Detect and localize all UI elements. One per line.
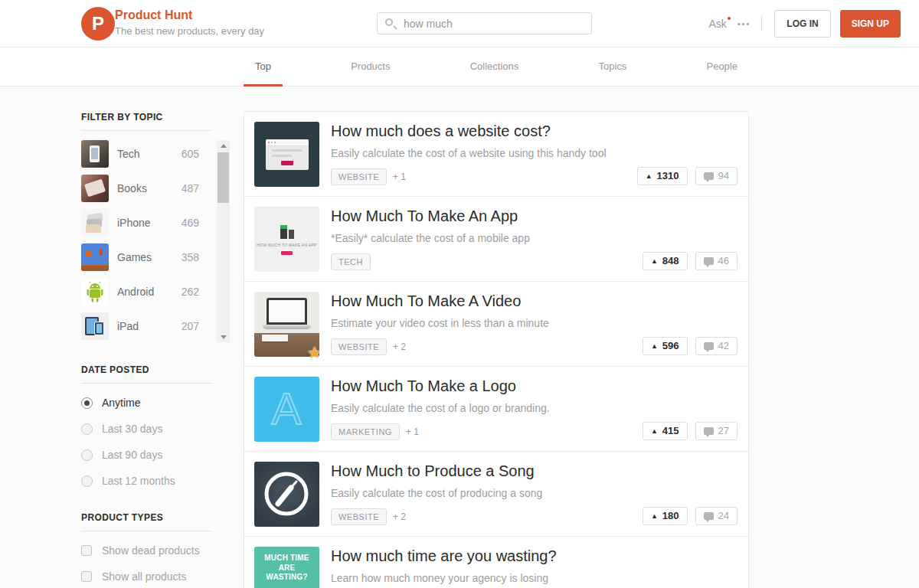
topic-item-games[interactable]: Games 358 [81,240,204,274]
search-icon [385,18,393,26]
topic-scrollbar[interactable] [217,140,230,342]
result-description: Easily calculate the cost of a logo or b… [331,402,550,414]
extra-topics[interactable]: + 2 [393,511,406,522]
topic-chip[interactable]: WEBSITE [331,338,387,355]
topic-chip[interactable]: TECH [331,253,371,270]
row-actions: ▲848 46 [643,252,737,270]
topic-item-android[interactable]: Android 262 [81,274,204,309]
upvote-icon: ▲ [651,257,658,265]
searchbox [377,12,592,34]
upvote-icon: ▲ [651,342,658,350]
radio-anytime[interactable]: Anytime [81,390,238,416]
topic-list: Tech 605 Books 487 iPhone 469 Games 358 [81,136,204,343]
result-description: Easily calculate the cost of producing a… [331,487,542,499]
comments-button[interactable]: 46 [695,252,737,270]
radio-icon[interactable] [81,475,93,487]
result-title[interactable]: How Much to Produce a Song [331,462,542,480]
product-thumbnail[interactable] [254,122,319,187]
topic-label: Android [117,286,182,298]
topic-item-tech[interactable]: Tech 605 [81,136,204,171]
result-title[interactable]: How Much To Make A Video [331,292,549,310]
comment-icon [704,257,714,265]
topic-item-ipad[interactable]: iPad 207 [81,309,204,343]
ipad-topic-thumbnail [81,312,109,340]
ask-link[interactable]: Ask [708,18,730,30]
upvote-button[interactable]: ▲848 [643,252,688,270]
upvote-button[interactable]: ▲596 [643,337,688,355]
checkbox-show-dead-products[interactable]: Show dead products [81,537,238,564]
result-title[interactable]: How Much To Make a Logo [331,377,550,395]
upvote-icon: ▲ [651,427,658,435]
result-title[interactable]: How Much To Make An App [331,207,530,225]
scroll-down-icon[interactable] [217,332,230,342]
product-thumbnail[interactable]: MUCH TIME ARE WASTING? ★ ding to a McKin… [254,547,319,588]
checkbox-show-all-products[interactable]: Show all products [81,564,238,588]
checkbox-icon[interactable] [81,571,92,582]
checkbox-label: Show all products [102,570,187,583]
radio-last-12-months[interactable]: Last 12 months [81,468,238,494]
scroll-up-icon[interactable] [217,140,230,151]
comment-icon [704,427,714,435]
date-posted-options: Anytime Last 30 days Last 90 days Last 1… [81,390,238,494]
divider [81,130,212,131]
radio-last-90-days[interactable]: Last 90 days [81,442,238,468]
books-topic-thumbnail [81,175,109,202]
scrollbar-thumb[interactable] [217,152,229,203]
divider [81,531,212,531]
brand-block: Product Hunt The best new products, ever… [115,8,264,37]
radio-last-30-days[interactable]: Last 30 days [81,416,238,442]
more-menu-icon[interactable]: ••• [737,19,751,28]
comments-button[interactable]: 42 [695,337,737,355]
topic-label: Games [117,251,182,263]
brand-title[interactable]: Product Hunt [115,8,264,22]
product-thumbnail[interactable]: A [254,377,319,442]
comments-button[interactable]: 24 [695,507,737,525]
radio-icon[interactable] [81,449,93,461]
tab-topics[interactable]: Topics [587,47,638,87]
topic-count: 487 [182,182,199,194]
logo-letter: P [92,13,104,34]
radio-icon[interactable] [81,397,93,409]
tech-topic-thumbnail [81,140,109,168]
brand-tagline: The best new products, every day [115,25,264,37]
comments-button[interactable]: 27 [695,422,737,440]
product-thumbnail[interactable] [254,462,319,527]
extra-topics[interactable]: + 1 [406,426,419,437]
checkbox-icon[interactable] [81,545,92,556]
result-description: Estimate your video cost in less than a … [331,317,549,329]
topic-chip[interactable]: MARKETING [331,423,400,440]
topic-item-iphone[interactable]: iPhone 469 [81,205,204,240]
song-cost-thumbnail [254,462,319,527]
row-actions: ▲180 24 [643,507,737,525]
filter-by-topic-title: FILTER BY TOPIC [81,112,238,122]
signup-button[interactable]: SIGN UP [840,10,901,38]
product-thumbnail[interactable]: ★ [254,292,319,357]
topic-chip[interactable]: WEBSITE [331,168,387,185]
comment-count: 24 [718,510,729,521]
result-title[interactable]: How much time are you wasting? [331,547,557,565]
result-title[interactable]: How much does a website cost? [331,122,607,140]
tab-top[interactable]: Top [244,47,283,87]
search-input[interactable] [377,12,592,34]
tab-collections[interactable]: Collections [459,47,531,87]
product-thumbnail[interactable]: HOW MUCH TO MAKE AN APP [254,207,319,272]
result-row: ★ How Much To Make A Video Estimate your… [244,282,748,367]
tag-row: TECH [331,253,371,270]
upvote-button[interactable]: ▲1310 [637,167,688,185]
topic-item-books[interactable]: Books 487 [81,171,204,205]
upvote-button[interactable]: ▲415 [643,422,688,440]
extra-topics[interactable]: + 1 [393,172,406,182]
tab-people[interactable]: People [695,47,748,87]
upvote-button[interactable]: ▲180 [643,507,688,525]
product-hunt-logo[interactable]: P [81,7,115,41]
radio-icon[interactable] [81,423,93,435]
topic-label: Tech [117,148,182,160]
row-actions: ▲415 27 [643,422,737,440]
topic-chip[interactable]: WEBSITE [331,508,387,525]
extra-topics[interactable]: + 2 [393,341,406,352]
header-divider [761,16,762,31]
comments-button[interactable]: 94 [695,167,737,185]
login-button[interactable]: LOG IN [774,10,830,38]
tab-products[interactable]: Products [339,47,401,87]
result-content: How much time are you wasting? Learn how… [331,547,557,588]
